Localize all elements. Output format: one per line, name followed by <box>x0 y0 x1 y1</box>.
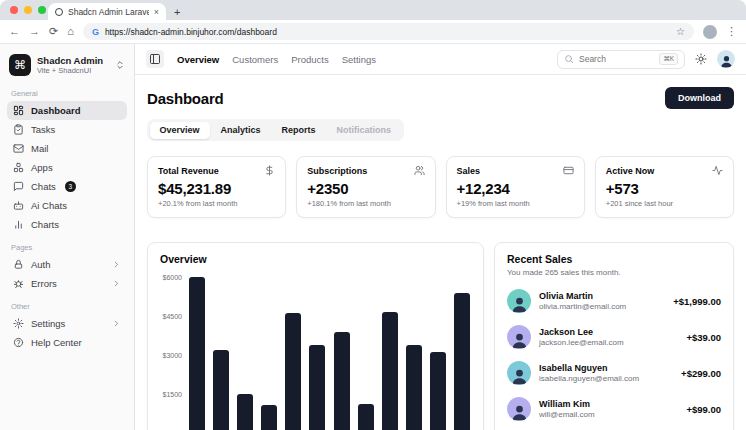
customer-name: Isabella Nguyen <box>539 363 673 373</box>
nav-link-overview[interactable]: Overview <box>177 54 219 65</box>
browser-url-bar: ← → ⟳ ⌂ G https://shadcn-admin.binjuhor.… <box>0 20 746 44</box>
sales-list-item: William Kimwill@email.com+$99.00 <box>507 397 721 421</box>
address-field[interactable]: G https://shadcn-admin.binjuhor.com/dash… <box>83 23 694 40</box>
chevrons-up-down-icon <box>115 60 125 70</box>
sidebar-item-settings[interactable]: Settings <box>7 314 127 333</box>
tab-overview[interactable]: Overview <box>150 122 210 139</box>
theme-toggle-sun-icon[interactable] <box>695 53 707 65</box>
bug-icon <box>13 278 24 289</box>
nav-link-customers[interactable]: Customers <box>232 54 278 65</box>
y-axis-tick: $1500 <box>163 391 182 398</box>
close-window-button[interactable] <box>10 6 18 14</box>
sidebar-toggle-button[interactable] <box>146 50 164 68</box>
sales-list-item: Olivia Martinolivia.martin@email.com+$1,… <box>507 289 721 313</box>
back-icon[interactable]: ← <box>9 26 20 37</box>
bookmark-star-icon[interactable]: ☆ <box>676 26 685 37</box>
workspace-switcher[interactable]: ⌘ Shadcn Admin Vite + ShadcnUI <box>7 51 127 80</box>
activity-icon <box>712 165 723 176</box>
search-shortcut-kbd: ⌘K <box>659 53 678 65</box>
stat-card-title: Subscriptions <box>307 166 367 176</box>
reload-icon[interactable]: ⟳ <box>49 26 58 37</box>
sidebar-item-apps[interactable]: Apps <box>7 158 127 177</box>
search-box[interactable]: ⌘K <box>557 50 685 69</box>
sidebar-item-errors[interactable]: Errors <box>7 274 127 293</box>
gear-icon <box>13 318 24 329</box>
chart-bar <box>189 277 205 430</box>
nav-link-settings[interactable]: Settings <box>342 54 376 65</box>
dashboard-icon <box>13 105 24 116</box>
sidebar-item-help-center[interactable]: Help Center <box>7 333 127 352</box>
sidebar-item-tasks[interactable]: Tasks <box>7 120 127 139</box>
browser-menu-icon[interactable]: ⋮ <box>726 26 737 37</box>
chart-bar-column <box>381 277 398 430</box>
user-avatar[interactable] <box>717 50 735 68</box>
tab-reports[interactable]: Reports <box>272 122 326 139</box>
stat-card-title: Active Now <box>606 166 655 176</box>
url-text[interactable]: https://shadcn-admin.binjuhor.com/dashbo… <box>105 27 670 37</box>
sidebar-item-label: Charts <box>31 219 59 230</box>
sidebar-item-label: Dashboard <box>31 105 81 116</box>
stat-card-value: +12,234 <box>457 180 574 197</box>
sidebar-item-label: Mail <box>31 143 48 154</box>
customer-name: Olivia Martin <box>539 291 665 301</box>
customer-email: olivia.martin@email.com <box>539 302 665 311</box>
customer-name: William Kim <box>539 399 678 409</box>
home-icon[interactable]: ⌂ <box>67 26 74 37</box>
browser-tab[interactable]: Shadcn Admin Laravel × <box>48 3 166 20</box>
stat-card-sales: Sales+12,234+19% from last month <box>446 156 585 218</box>
app-logo: ⌘ <box>9 54 31 76</box>
customer-name: Jackson Lee <box>539 327 678 337</box>
mail-icon <box>13 143 24 154</box>
chart-icon <box>13 219 24 230</box>
sidebar-item-dashboard[interactable]: Dashboard <box>7 101 127 120</box>
nav-link-products[interactable]: Products <box>291 54 329 65</box>
minimize-window-button[interactable] <box>24 6 32 14</box>
stat-card-value: +573 <box>606 180 723 197</box>
sidebar-item-mail[interactable]: Mail <box>7 139 127 158</box>
stat-card-change: +180.1% from last month <box>307 199 424 208</box>
overview-chart-card: Overview $6000$4500$3000$1500$0 JanFebMa… <box>147 242 484 430</box>
y-axis-tick: $3000 <box>163 352 182 359</box>
sidebar-item-label: Tasks <box>31 124 55 135</box>
sidebar-item-chats[interactable]: Chats3 <box>7 177 127 196</box>
chart-bar <box>454 293 470 430</box>
chart-bar <box>309 345 325 430</box>
recent-sales-title: Recent Sales <box>507 253 721 265</box>
new-tab-button[interactable]: + <box>174 6 180 20</box>
sidebar-item-label: Help Center <box>31 337 82 348</box>
chart-bar-column <box>285 277 302 430</box>
tab-notifications[interactable]: Notifications <box>327 122 402 139</box>
sidebar-item-charts[interactable]: Charts <box>7 215 127 234</box>
tab-analytics[interactable]: Analytics <box>211 122 271 139</box>
sidebar-item-label: Errors <box>31 278 57 289</box>
page-title: Dashboard <box>147 90 224 107</box>
tab-title: Shadcn Admin Laravel <box>68 7 149 17</box>
chart-bar-column <box>357 277 374 430</box>
chat-icon <box>13 181 24 192</box>
browser-tab-strip: Shadcn Admin Laravel × + <box>0 0 746 20</box>
search-input[interactable] <box>579 54 654 64</box>
sidebar-item-ai-chats[interactable]: Ai Chats <box>7 196 127 215</box>
sidebar-item-label: Chats <box>31 181 56 192</box>
stat-card-change: +201 since last hour <box>606 199 723 208</box>
download-button[interactable]: Download <box>665 87 734 109</box>
sidebar-item-label: Auth <box>31 259 51 270</box>
chart-bar-column <box>212 277 229 430</box>
tab-close-icon[interactable]: × <box>154 7 159 17</box>
chart-bar <box>285 313 301 430</box>
chart-bar <box>213 350 229 430</box>
chats-count-badge: 3 <box>65 181 76 192</box>
sale-amount: +$299.00 <box>681 368 721 379</box>
dollar-icon <box>264 165 275 176</box>
maximize-window-button[interactable] <box>38 6 46 14</box>
browser-profile-avatar[interactable] <box>703 25 717 39</box>
sidebar-item-label: Settings <box>31 318 65 329</box>
forward-icon[interactable]: → <box>29 26 40 37</box>
command-icon: ⌘ <box>14 58 26 72</box>
chart-bar-column <box>406 277 423 430</box>
sidebar-item-auth[interactable]: Auth <box>7 255 127 274</box>
app-name: Shadcn Admin <box>37 55 109 66</box>
chart-bar-column <box>454 277 471 430</box>
chart-bar-column <box>236 277 253 430</box>
stat-card-change: +19% from last month <box>457 199 574 208</box>
